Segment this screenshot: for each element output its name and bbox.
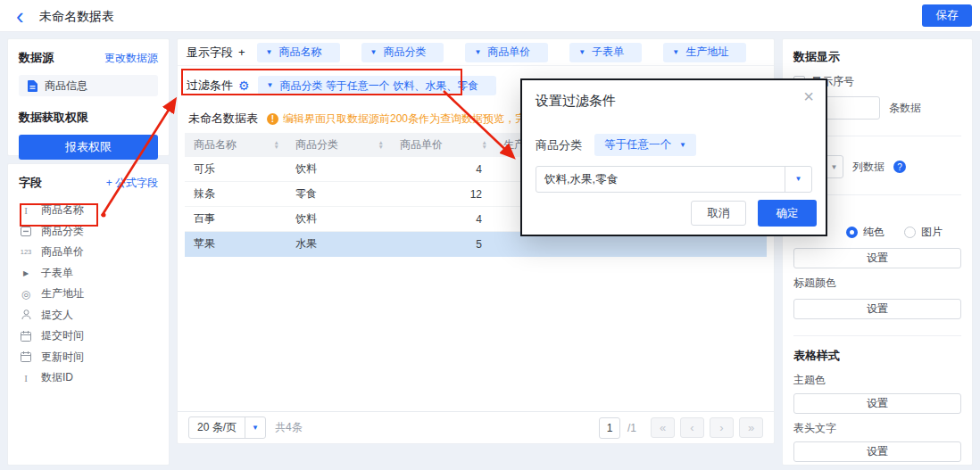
dialog-field-label: 商品分类 bbox=[536, 137, 582, 153]
table-style-title: 表格样式 bbox=[793, 348, 961, 364]
field-item-data-id[interactable]: I 数据ID bbox=[19, 367, 158, 389]
cancel-button[interactable]: 取消 bbox=[691, 201, 746, 226]
field-item-name[interactable]: I 商品名称 bbox=[19, 200, 158, 221]
display-fields-row: 显示字段 + ▼商品名称 ▼商品分类 ▼商品单价 ▼子表单 ▼生产地址 bbox=[178, 39, 774, 66]
chip-label: 子表单 bbox=[592, 45, 624, 60]
top-bar: ‹ 未命名数据表 保存 bbox=[0, 0, 980, 32]
filter-condition-chip[interactable]: ▼商品分类 等于任意一个 饮料、水果、零食 bbox=[258, 76, 497, 95]
field-item-price[interactable]: 123 商品单价 bbox=[19, 242, 158, 263]
divider bbox=[793, 335, 961, 336]
background-set-button[interactable]: 设置 bbox=[793, 248, 961, 268]
field-label: 更新时间 bbox=[41, 350, 84, 365]
datasource-title: 数据源 bbox=[19, 50, 54, 66]
change-datasource-link[interactable]: 更改数据源 bbox=[104, 51, 158, 66]
back-icon[interactable]: ‹ bbox=[16, 2, 24, 30]
filter-label: 过滤条件 bbox=[187, 78, 233, 94]
display-field-chip[interactable]: ▼生产地址 bbox=[663, 43, 746, 62]
field-item-subform[interactable]: ▶ 子表单 bbox=[19, 263, 158, 284]
field-label: 数据ID bbox=[41, 370, 73, 385]
column-header: 商品单价 bbox=[400, 137, 443, 153]
calendar-icon bbox=[19, 331, 33, 342]
page-title: 未命名数据表 bbox=[39, 9, 114, 25]
field-list: I 商品名称 商品分类 123 商品单价 ▶ 子表单 ◎ 生产地址 提交人 提交… bbox=[19, 200, 158, 389]
field-label: 商品单价 bbox=[41, 244, 84, 260]
last-page-button[interactable]: » bbox=[739, 417, 763, 438]
chevron-down-icon: ▼ bbox=[672, 49, 679, 56]
page-size-select[interactable]: 20 条/页 ▼ bbox=[188, 416, 266, 439]
save-button[interactable]: 保存 bbox=[922, 4, 972, 27]
warning-text: 编辑界面只取数据源前200条作为查询数据预览，完整数据 bbox=[283, 111, 558, 127]
cell: 苹果 bbox=[185, 236, 287, 251]
prev-page-button[interactable]: ‹ bbox=[680, 417, 704, 438]
radio-selected-icon[interactable] bbox=[846, 227, 858, 238]
calendar-icon bbox=[19, 351, 33, 362]
fields-panel: 字段 + 公式字段 I 商品名称 商品分类 123 商品单价 ▶ 子表单 ◎ 生… bbox=[7, 163, 170, 466]
header-text-set-button[interactable]: 设置 bbox=[793, 441, 961, 462]
operator-select[interactable]: 等于任意一个 ▼ bbox=[594, 134, 696, 156]
cell: 5 bbox=[391, 238, 494, 251]
column-count-suffix: 列数据 bbox=[852, 160, 884, 175]
row-count-suffix: 条数据 bbox=[889, 101, 921, 116]
field-item-category[interactable]: 商品分类 bbox=[19, 221, 158, 243]
datasource-item[interactable]: 商品信息 bbox=[19, 75, 158, 96]
cell: 可乐 bbox=[185, 161, 287, 177]
sort-icon[interactable]: ▲▼ bbox=[378, 141, 384, 149]
chevron-down-icon[interactable]: ▼ bbox=[785, 167, 811, 192]
column-header: 商品分类 bbox=[295, 137, 338, 153]
document-icon bbox=[28, 80, 37, 92]
display-field-chip[interactable]: ▼商品单价 bbox=[465, 43, 548, 62]
title-color-set-button[interactable]: 设置 bbox=[793, 299, 961, 319]
confirm-button[interactable]: 确定 bbox=[758, 200, 817, 227]
chevron-down-icon: ▼ bbox=[266, 49, 273, 56]
display-field-chip[interactable]: ▼子表单 bbox=[569, 43, 642, 62]
current-page-input[interactable]: 1 bbox=[599, 417, 620, 439]
field-item-submitter[interactable]: 提交人 bbox=[19, 305, 158, 326]
field-label: 商品名称 bbox=[41, 202, 84, 218]
field-item-update-time[interactable]: 更新时间 bbox=[19, 347, 158, 368]
fields-title: 字段 bbox=[19, 175, 42, 191]
column-header: 商品名称 bbox=[194, 137, 237, 153]
warning-icon: ! bbox=[267, 113, 278, 125]
chevron-down-icon: ▼ bbox=[267, 82, 274, 89]
field-item-submit-time[interactable]: 提交时间 bbox=[19, 326, 158, 347]
text-icon: I bbox=[19, 205, 33, 216]
sort-icon[interactable]: ▲▼ bbox=[274, 141, 279, 149]
sort-icon[interactable]: ▲▼ bbox=[482, 141, 487, 149]
datasource-panel: 数据源 更改数据源 商品信息 数据获取权限 报表权限 bbox=[7, 38, 170, 156]
theme-color-label: 主题色 bbox=[793, 373, 961, 388]
close-icon[interactable]: × bbox=[803, 87, 814, 105]
help-icon[interactable]: ? bbox=[893, 161, 906, 173]
cell: 4 bbox=[391, 163, 494, 176]
filter-value-input[interactable]: 饮料,水果,零食 ▼ bbox=[536, 166, 812, 193]
theme-color-set-button[interactable]: 设置 bbox=[793, 393, 961, 414]
operator-value: 等于任意一个 bbox=[604, 137, 671, 153]
chevron-down-icon: ▼ bbox=[578, 49, 586, 56]
radio-label: 图片 bbox=[921, 225, 943, 240]
chip-label: 商品分类 等于任意一个 饮料、水果、零食 bbox=[279, 78, 478, 94]
display-field-chip[interactable]: ▼商品分类 bbox=[361, 43, 444, 62]
report-permission-button[interactable]: 报表权限 bbox=[19, 135, 158, 160]
radio-unselected-icon[interactable] bbox=[904, 227, 916, 238]
cell: 饮料 bbox=[287, 211, 391, 227]
image-radio[interactable]: 图片 bbox=[904, 225, 943, 240]
location-icon: ◎ bbox=[19, 288, 33, 301]
add-formula-field-link[interactable]: + 公式字段 bbox=[106, 176, 158, 191]
title-color-label: 标题颜色 bbox=[793, 276, 961, 291]
first-page-button[interactable]: « bbox=[651, 417, 675, 438]
solid-color-radio[interactable]: 纯色 bbox=[846, 225, 884, 240]
chevron-down-icon: ▼ bbox=[245, 417, 265, 438]
next-page-button[interactable]: › bbox=[710, 417, 734, 438]
chevron-down-icon: ▼ bbox=[679, 142, 686, 149]
total-count: 共4条 bbox=[275, 420, 303, 435]
gear-icon[interactable]: ⚙ bbox=[238, 78, 250, 93]
display-field-chip[interactable]: ▼商品名称 bbox=[257, 43, 340, 62]
field-label: 商品分类 bbox=[41, 224, 84, 239]
subform-icon: ▶ bbox=[19, 269, 33, 277]
field-item-address[interactable]: ◎ 生产地址 bbox=[19, 284, 158, 305]
pagination-bar: 20 条/页 ▼ 共4条 1 /1 « ‹ › » bbox=[178, 411, 774, 443]
display-fields-label: 显示字段 bbox=[187, 45, 233, 61]
total-pages: /1 bbox=[627, 422, 636, 434]
field-label: 提交人 bbox=[41, 308, 73, 323]
add-display-field-icon[interactable]: + bbox=[238, 45, 245, 59]
cell: 零食 bbox=[287, 186, 391, 202]
